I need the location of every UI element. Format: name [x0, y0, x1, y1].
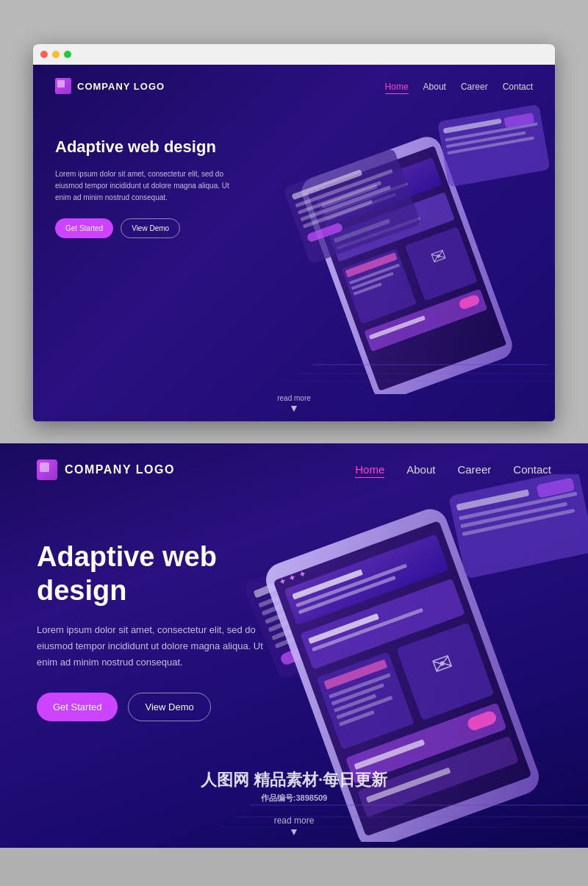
dot-green	[64, 51, 71, 58]
hero-title-small: Adaptive web design	[55, 137, 246, 158]
mockup-window: COMPANY LOGO Home About Career Contact A…	[33, 44, 555, 421]
dot-red	[40, 51, 48, 58]
logo-text-large: COMPANY LOGO	[65, 463, 175, 476]
read-more-label-small: read more	[277, 394, 311, 402]
nav-link-home-small[interactable]: Home	[385, 82, 409, 94]
hero-text-large: Adaptive web design Lorem ipsum dolor si…	[37, 526, 272, 721]
nav-item-career-large[interactable]: Career	[457, 463, 491, 476]
nav-link-about-large[interactable]: About	[406, 463, 435, 476]
nav-link-home-large[interactable]: Home	[355, 463, 384, 478]
nav-item-about-large[interactable]: About	[406, 463, 435, 476]
dot-yellow	[52, 51, 60, 58]
nav-links-small: Home About Career Contact	[385, 79, 533, 93]
view-demo-btn-small[interactable]: View Demo	[121, 218, 180, 238]
logo-icon-small	[55, 78, 71, 94]
hero-title-large: Adaptive web design	[37, 540, 272, 607]
top-wrapper: COMPANY LOGO Home About Career Contact A…	[0, 0, 588, 443]
btn-group-small: Get Started View Demo	[55, 218, 246, 238]
bottom-section: COMPANY LOGO Home About Career Contact A…	[0, 443, 588, 848]
hero-desc-small: Lorem ipsum dolor sit amet, consectetur …	[55, 168, 246, 204]
nav-large: COMPANY LOGO Home About Career Contact	[0, 443, 588, 496]
window-bar	[33, 44, 555, 65]
logo-icon-large	[37, 460, 57, 480]
view-demo-btn-large[interactable]: View Demo	[128, 693, 210, 721]
nav-link-contact-large[interactable]: Contact	[513, 463, 551, 476]
get-started-btn-small[interactable]: Get Started	[55, 218, 113, 238]
nav-item-contact-large[interactable]: Contact	[513, 463, 551, 476]
hero-desc-large: Lorem ipsum dolor sit amet, consectetur …	[37, 622, 272, 671]
nav-links-large: Home About Career Contact	[355, 463, 551, 476]
nav-item-career-small[interactable]: Career	[461, 79, 488, 93]
hero-large: Adaptive web design Lorem ipsum dolor si…	[0, 496, 588, 805]
logo-large: COMPANY LOGO	[37, 460, 175, 480]
chevron-down-icon-small: ▼	[40, 402, 548, 414]
nav-small: COMPANY LOGO Home About Career Contact	[33, 65, 555, 107]
hero-small: Adaptive web design Lorem ipsum dolor si…	[33, 107, 555, 387]
nav-item-home-large[interactable]: Home	[355, 463, 384, 476]
phone-illustration-large: ✉ ✦ ✦ ✦	[220, 474, 588, 842]
nav-item-home-small[interactable]: Home	[385, 79, 409, 93]
nav-item-contact-small[interactable]: Contact	[503, 79, 533, 93]
nav-link-career-small[interactable]: Career	[461, 82, 488, 92]
nav-link-contact-small[interactable]: Contact	[503, 82, 533, 92]
nav-item-about-small[interactable]: About	[423, 79, 446, 93]
get-started-btn-large[interactable]: Get Started	[37, 693, 118, 721]
nav-link-career-large[interactable]: Career	[457, 463, 491, 476]
logo-small: COMPANY LOGO	[55, 78, 165, 94]
logo-text-small: COMPANY LOGO	[77, 81, 165, 92]
phone-illustration-small: ✉ ✦✦✦	[268, 100, 555, 394]
btn-group-large: Get Started View Demo	[37, 693, 272, 721]
nav-link-about-small[interactable]: About	[423, 82, 446, 92]
site-small: COMPANY LOGO Home About Career Contact A…	[33, 65, 555, 421]
hero-text-small: Adaptive web design Lorem ipsum dolor si…	[55, 122, 246, 238]
